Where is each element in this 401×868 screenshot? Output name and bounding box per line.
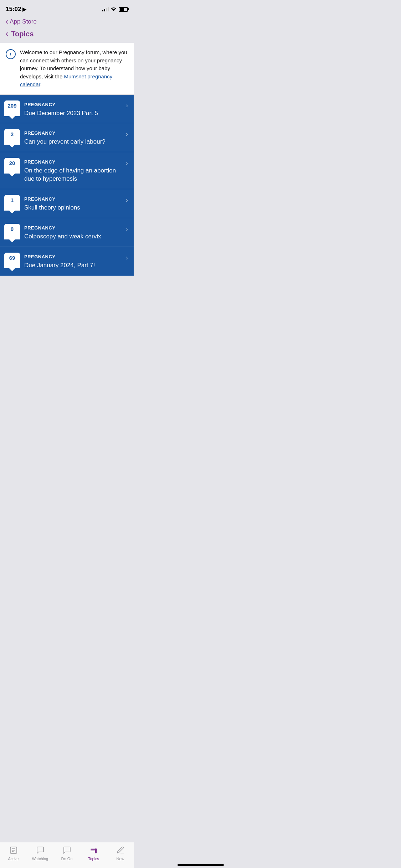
topic-chevron-icon: › [126, 253, 128, 262]
info-icon: ! [6, 49, 16, 59]
topic-item[interactable]: 1 Pregnancy Skull theory opinions › [0, 189, 134, 218]
signal-icon [102, 7, 109, 11]
topic-item[interactable]: 2 Pregnancy Can you prevent early labour… [0, 123, 134, 152]
topic-title: Due December 2023 Part 5 [24, 109, 122, 118]
wifi-icon [111, 6, 117, 12]
topic-content: Pregnancy Can you prevent early labour? [24, 129, 122, 146]
topic-chevron-icon: › [126, 129, 128, 138]
message-badge: 209 [4, 100, 20, 116]
topic-chevron-icon: › [126, 100, 128, 109]
battery-icon [119, 7, 128, 12]
topic-content: Pregnancy On the edge of having an abort… [24, 158, 122, 183]
badge-number: 1 [11, 197, 14, 203]
back-button[interactable]: ‹ App Store [6, 17, 37, 26]
status-bar: 15:02 ▶ [0, 0, 134, 16]
topic-category: Pregnancy [24, 225, 122, 231]
badge-number: 20 [9, 160, 15, 166]
topic-category: Pregnancy [24, 196, 122, 202]
title-back-chevron-icon[interactable]: ‹ [6, 29, 8, 38]
message-badge: 2 [4, 129, 20, 145]
page-title: Topics [11, 30, 34, 38]
back-label: App Store [10, 18, 37, 25]
back-chevron-icon: ‹ [6, 17, 8, 26]
location-icon: ▶ [22, 6, 26, 12]
topic-title: Colposcopy and weak cervix [24, 233, 122, 241]
topic-content: Pregnancy Due January 2024, Part 7! [24, 253, 122, 270]
topics-list: 209 Pregnancy Due December 2023 Part 5 ›… [0, 95, 134, 276]
badge-number: 0 [11, 226, 14, 232]
info-banner: ! Welcome to our Pregnancy forum, where … [0, 43, 134, 95]
message-badge: 0 [4, 224, 20, 239]
topic-title: On the edge of having an abortion due to… [24, 167, 122, 183]
topic-chevron-icon: › [126, 158, 128, 167]
status-icons [102, 6, 128, 12]
topic-item[interactable]: 69 Pregnancy Due January 2024, Part 7! › [0, 247, 134, 276]
topic-chevron-icon: › [126, 195, 128, 204]
message-badge: 69 [4, 253, 20, 268]
topic-category: Pregnancy [24, 159, 122, 165]
topic-title: Skull theory opinions [24, 204, 122, 212]
topic-title: Due January 2024, Part 7! [24, 262, 122, 270]
topic-item[interactable]: 20 Pregnancy On the edge of having an ab… [0, 152, 134, 189]
message-badge: 20 [4, 158, 20, 174]
topic-item[interactable]: 0 Pregnancy Colposcopy and weak cervix › [0, 218, 134, 247]
topic-content: Pregnancy Colposcopy and weak cervix [24, 224, 122, 241]
topic-category: Pregnancy [24, 254, 122, 259]
badge-number: 2 [11, 131, 14, 137]
nav-bar: ‹ App Store [0, 16, 134, 29]
topic-item[interactable]: 209 Pregnancy Due December 2023 Part 5 › [0, 95, 134, 124]
message-badge: 1 [4, 195, 20, 211]
topic-chevron-icon: › [126, 224, 128, 233]
badge-number: 69 [9, 255, 15, 261]
topic-title: Can you prevent early labour? [24, 138, 122, 146]
topic-content: Pregnancy Skull theory opinions [24, 195, 122, 212]
info-text: Welcome to our Pregnancy forum, where yo… [20, 48, 128, 89]
topic-category: Pregnancy [24, 102, 122, 107]
status-time: 15:02 ▶ [6, 6, 26, 13]
badge-number: 209 [7, 103, 16, 109]
topic-content: Pregnancy Due December 2023 Part 5 [24, 100, 122, 118]
topic-category: Pregnancy [24, 130, 122, 136]
